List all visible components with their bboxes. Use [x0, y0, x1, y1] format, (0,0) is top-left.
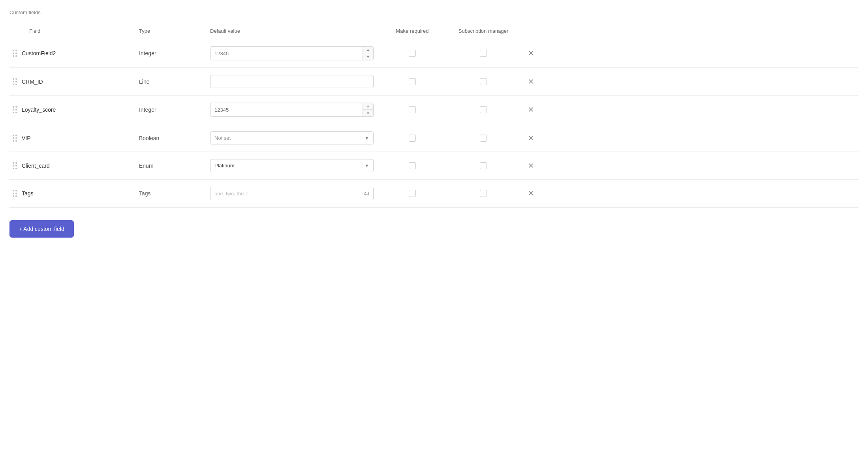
type-col-vip: Boolean	[136, 135, 207, 141]
field-col-client_card: Client_card	[9, 162, 136, 169]
integer-input-wrapper[interactable]: ▲ ▼	[210, 103, 374, 117]
make-required-col-tags	[377, 190, 448, 197]
field-col-tags: Tags	[9, 190, 136, 197]
default-value-col-crm_id[interactable]	[207, 75, 377, 88]
select-value: Platinum	[214, 163, 235, 169]
delete-button[interactable]: ✕	[526, 187, 535, 199]
tag-icon: 🏷	[364, 190, 369, 197]
delete-button[interactable]: ✕	[526, 76, 535, 88]
spinner-up[interactable]: ▲	[363, 103, 373, 110]
field-name: CustomField2	[22, 50, 56, 56]
table-row: CustomField2 Integer ▲ ▼ ✕	[9, 39, 859, 68]
make-required-checkbox[interactable]	[409, 135, 416, 142]
chevron-down-icon: ▼	[364, 135, 369, 141]
col-subscription-manager: Subscription manager	[448, 26, 519, 36]
make-required-col-client_card	[377, 162, 448, 169]
integer-input[interactable]	[210, 104, 363, 116]
delete-col-client_card: ✕	[519, 160, 543, 172]
delete-col-crm_id: ✕	[519, 76, 543, 88]
subscription-manager-checkbox[interactable]	[480, 50, 487, 57]
delete-col-tags: ✕	[519, 187, 543, 199]
line-input[interactable]	[210, 75, 374, 88]
subscription-manager-checkbox[interactable]	[480, 135, 487, 142]
rows-container: CustomField2 Integer ▲ ▼ ✕ CRM_ID Line✕ …	[9, 39, 859, 208]
table-row: Client_card Enum Platinum ▼ ✕	[9, 152, 859, 180]
subscription-manager-col-loyalty_score	[448, 106, 519, 113]
make-required-col-crm_id	[377, 78, 448, 85]
drag-handle[interactable]	[13, 190, 17, 197]
field-name: CRM_ID	[22, 79, 43, 85]
make-required-checkbox[interactable]	[409, 50, 416, 57]
select-input[interactable]: Not set ▼	[210, 131, 374, 144]
subscription-manager-col-vip	[448, 135, 519, 142]
subscription-manager-col-customfield2	[448, 50, 519, 57]
make-required-checkbox[interactable]	[409, 162, 416, 169]
drag-handle[interactable]	[13, 135, 17, 142]
default-value-col-customfield2[interactable]: ▲ ▼	[207, 46, 377, 60]
integer-input-wrapper[interactable]: ▲ ▼	[210, 46, 374, 60]
delete-button[interactable]: ✕	[526, 160, 535, 172]
tags-placeholder: one, two, three	[214, 191, 248, 197]
delete-button[interactable]: ✕	[526, 104, 535, 116]
spinner-up[interactable]: ▲	[363, 47, 373, 53]
field-name: VIP	[22, 135, 31, 141]
delete-col-loyalty_score: ✕	[519, 104, 543, 116]
col-type: Type	[136, 26, 207, 36]
drag-handle[interactable]	[13, 106, 17, 113]
type-col-crm_id: Line	[136, 79, 207, 85]
spinner-group[interactable]: ▲ ▼	[363, 47, 373, 60]
drag-handle[interactable]	[13, 78, 17, 85]
default-value-col-tags[interactable]: one, two, three 🏷	[207, 187, 377, 200]
type-col-customfield2: Integer	[136, 50, 207, 56]
field-col-crm_id: CRM_ID	[9, 78, 136, 85]
make-required-col-vip	[377, 135, 448, 142]
drag-handle[interactable]	[13, 50, 17, 57]
integer-input[interactable]	[210, 47, 363, 60]
subscription-manager-col-crm_id	[448, 78, 519, 85]
spinner-down[interactable]: ▼	[363, 110, 373, 116]
subscription-manager-checkbox[interactable]	[480, 190, 487, 197]
make-required-checkbox[interactable]	[409, 106, 416, 113]
field-name: Client_card	[22, 163, 50, 169]
col-make-required: Make required	[377, 26, 448, 36]
make-required-checkbox[interactable]	[409, 78, 416, 85]
table-row: VIP Boolean Not set ▼ ✕	[9, 124, 859, 152]
default-value-col-vip[interactable]: Not set ▼	[207, 131, 377, 144]
default-value-col-loyalty_score[interactable]: ▲ ▼	[207, 103, 377, 117]
field-col-vip: VIP	[9, 135, 136, 142]
delete-col-customfield2: ✕	[519, 47, 543, 59]
make-required-col-loyalty_score	[377, 106, 448, 113]
subscription-manager-col-tags	[448, 190, 519, 197]
delete-col-vip: ✕	[519, 132, 543, 144]
make-required-col-customfield2	[377, 50, 448, 57]
subscription-manager-checkbox[interactable]	[480, 162, 487, 169]
subscription-manager-checkbox[interactable]	[480, 78, 487, 85]
select-input[interactable]: Platinum ▼	[210, 159, 374, 172]
type-col-client_card: Enum	[136, 163, 207, 169]
make-required-checkbox[interactable]	[409, 190, 416, 197]
type-col-tags: Tags	[136, 190, 207, 197]
field-col-loyalty_score: Loyalty_score	[9, 106, 136, 113]
delete-button[interactable]: ✕	[526, 47, 535, 59]
table-row: Tags Tags one, two, three 🏷 ✕	[9, 180, 859, 208]
spinner-down[interactable]: ▼	[363, 53, 373, 60]
field-name: Loyalty_score	[22, 107, 56, 113]
custom-fields-section: Custom fields Field Type Default value M…	[9, 9, 859, 238]
col-default-value: Default value	[207, 26, 377, 36]
table-header: Field Type Default value Make required S…	[9, 23, 859, 39]
drag-handle[interactable]	[13, 162, 17, 169]
subscription-manager-checkbox[interactable]	[480, 106, 487, 113]
delete-button[interactable]: ✕	[526, 132, 535, 144]
field-col-customfield2: CustomField2	[9, 50, 136, 57]
chevron-down-icon: ▼	[364, 163, 369, 169]
table-row: Loyalty_score Integer ▲ ▼ ✕	[9, 96, 859, 124]
select-value: Not set	[214, 135, 231, 141]
subscription-manager-col-client_card	[448, 162, 519, 169]
table-row: CRM_ID Line✕	[9, 68, 859, 96]
add-custom-field-button[interactable]: + Add custom field	[9, 220, 74, 238]
default-value-col-client_card[interactable]: Platinum ▼	[207, 159, 377, 172]
field-name: Tags	[22, 190, 34, 197]
tags-input[interactable]: one, two, three 🏷	[210, 187, 374, 200]
spinner-group[interactable]: ▲ ▼	[363, 103, 373, 116]
col-field: Field	[9, 26, 136, 36]
